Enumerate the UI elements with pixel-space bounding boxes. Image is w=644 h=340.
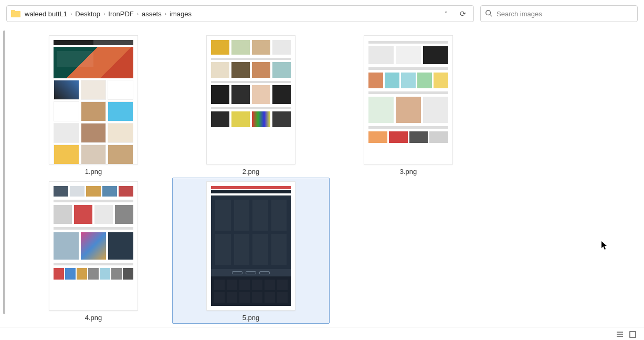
file-item[interactable]: 5.png [172,178,330,324]
file-name: 5.png [242,314,260,322]
scrollbar[interactable] [3,30,5,314]
svg-rect-5 [630,332,636,337]
search-input[interactable] [497,10,633,18]
chevron-right-icon: › [103,11,105,17]
file-name: 2.png [242,168,260,176]
details-view-icon[interactable] [616,331,624,338]
breadcrumb-segment[interactable]: waleed buttL1 [25,10,67,18]
thumbnail [364,35,453,164]
address-bar[interactable]: waleed buttL1 › Desktop › IronPDF › asse… [6,5,474,22]
thumbnails-view-icon[interactable] [628,331,637,338]
chevron-right-icon: › [70,11,72,17]
thumbnail [206,181,295,311]
file-item[interactable]: 4.png [15,178,172,324]
file-name: 4.png [85,314,102,322]
file-name: 3.png [400,168,417,176]
breadcrumb-segment[interactable]: images [170,10,192,18]
thumbnail [49,35,138,164]
breadcrumb-segment[interactable]: IronPDF [108,10,133,18]
thumbnail [206,35,295,164]
chevron-down-icon[interactable]: ˅ [441,9,450,19]
chevron-right-icon: › [137,11,139,17]
toolbar: waleed buttL1 › Desktop › IronPDF › asse… [0,0,644,25]
chevron-right-icon: › [165,11,166,17]
view-controls [616,331,637,338]
search-box[interactable] [480,5,638,22]
folder-icon [11,10,20,17]
refresh-icon[interactable]: ⟳ [457,7,469,20]
svg-line-1 [490,14,492,16]
file-grid: 1.png 2.png [0,25,644,330]
breadcrumb-segment[interactable]: Desktop [75,10,100,18]
cursor-icon [601,241,608,252]
breadcrumb: waleed buttL1 › Desktop › IronPDF › asse… [25,10,192,18]
svg-point-0 [486,10,491,15]
content-area: 1.png 2.png [0,25,644,326]
breadcrumb-segment[interactable]: assets [142,10,162,18]
file-item[interactable]: 2.png [172,32,330,178]
file-item[interactable]: 3.png [330,32,487,178]
thumbnail [49,181,138,311]
file-name: 1.png [85,168,102,176]
divider [0,327,644,327]
file-item[interactable]: 1.png [15,32,172,178]
search-icon [485,9,492,18]
